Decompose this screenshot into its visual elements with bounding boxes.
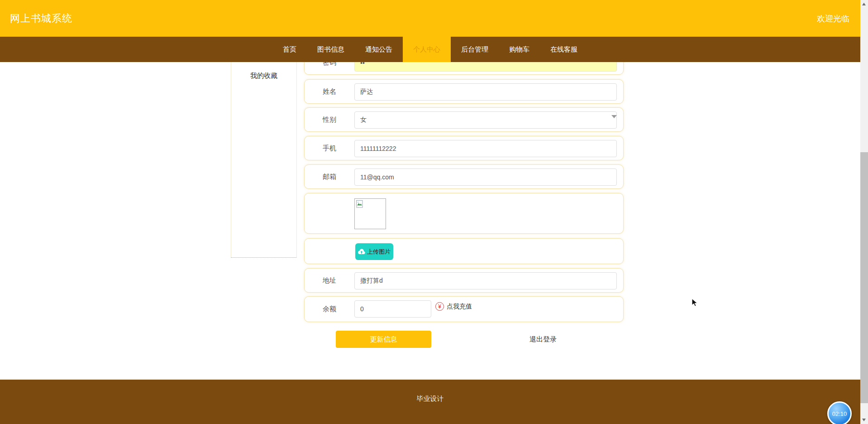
- gender-selected-value: 女: [360, 116, 367, 124]
- broken-image-icon: [356, 200, 365, 209]
- gender-field-row: 性别 女: [304, 107, 624, 132]
- scrollbar[interactable]: [860, 0, 868, 424]
- nav-items: 首页 图书信息 通知公告 个人中心 后台管理 购物车 在线客服: [0, 37, 860, 62]
- recording-timer-bubble[interactable]: 02:10: [827, 401, 852, 424]
- nav-item-books[interactable]: 图书信息: [307, 37, 355, 62]
- main-nav: 首页 图书信息 通知公告 个人中心 后台管理 购物车 在线客服: [0, 37, 860, 62]
- email-label: 邮箱: [323, 165, 336, 188]
- nav-item-notices[interactable]: 通知公告: [355, 37, 403, 62]
- cloud-upload-icon: [358, 248, 365, 255]
- name-field-row: 姓名: [304, 79, 624, 104]
- app-title: 网上书城系统: [10, 12, 72, 25]
- address-label: 地址: [323, 269, 336, 292]
- avatar: [354, 198, 386, 229]
- upload-button-label: 上传图片: [367, 248, 391, 256]
- nav-item-online-service[interactable]: 在线客服: [540, 37, 588, 62]
- gender-label: 性别: [323, 108, 336, 131]
- phone-label: 手机: [323, 136, 336, 160]
- footer-text: 毕业设计: [0, 395, 860, 403]
- nav-item-personal-center[interactable]: 个人中心: [403, 37, 451, 62]
- address-field-row: 地址: [304, 268, 624, 293]
- upload-field-row: 上传图片: [304, 238, 624, 264]
- gender-select[interactable]: 女: [354, 111, 617, 129]
- phone-input[interactable]: [354, 140, 617, 157]
- sidebar-item-favorites[interactable]: 我的收藏: [231, 59, 296, 80]
- nav-item-admin[interactable]: 后台管理: [451, 37, 499, 62]
- recharge-label: 点我充值: [447, 303, 472, 311]
- email-field[interactable]: [354, 169, 617, 186]
- recharge-link[interactable]: ¥ 点我充值: [435, 302, 472, 311]
- phone-field-row: 手机: [304, 136, 624, 160]
- balance-label: 余额: [323, 297, 336, 322]
- welcome-text: 欢迎光临: [817, 13, 849, 24]
- nav-item-home[interactable]: 首页: [272, 37, 307, 62]
- scrollbar-thumb[interactable]: [860, 152, 868, 403]
- update-info-button[interactable]: 更新信息: [336, 331, 431, 348]
- scroll-up-icon[interactable]: [862, 3, 866, 5]
- balance-input[interactable]: [354, 300, 431, 318]
- page-footer: 毕业设计: [0, 380, 860, 424]
- balance-field-row: 余额 ¥ 点我充值: [304, 296, 624, 322]
- scroll-down-icon[interactable]: [862, 419, 866, 421]
- chevron-down-icon: [611, 115, 617, 118]
- sidebar: 我的收藏: [231, 59, 297, 258]
- email-field-row: 邮箱: [304, 164, 624, 189]
- avatar-field-row: [304, 193, 624, 234]
- app-header: 网上书城系统 欢迎光临: [0, 0, 860, 37]
- name-input[interactable]: [354, 83, 617, 101]
- timer-value: 02:10: [832, 410, 847, 417]
- address-input[interactable]: [354, 272, 617, 289]
- yen-circle-icon: ¥: [435, 302, 444, 311]
- logout-button[interactable]: 退出登录: [521, 331, 565, 347]
- mouse-cursor: [692, 298, 701, 310]
- upload-image-button[interactable]: 上传图片: [355, 243, 393, 260]
- nav-item-cart[interactable]: 购物车: [499, 37, 540, 62]
- page: 网上书城系统 欢迎光临 首页 图书信息 通知公告 个人中心 后台管理 购物车 在…: [0, 0, 868, 424]
- name-label: 姓名: [323, 80, 336, 103]
